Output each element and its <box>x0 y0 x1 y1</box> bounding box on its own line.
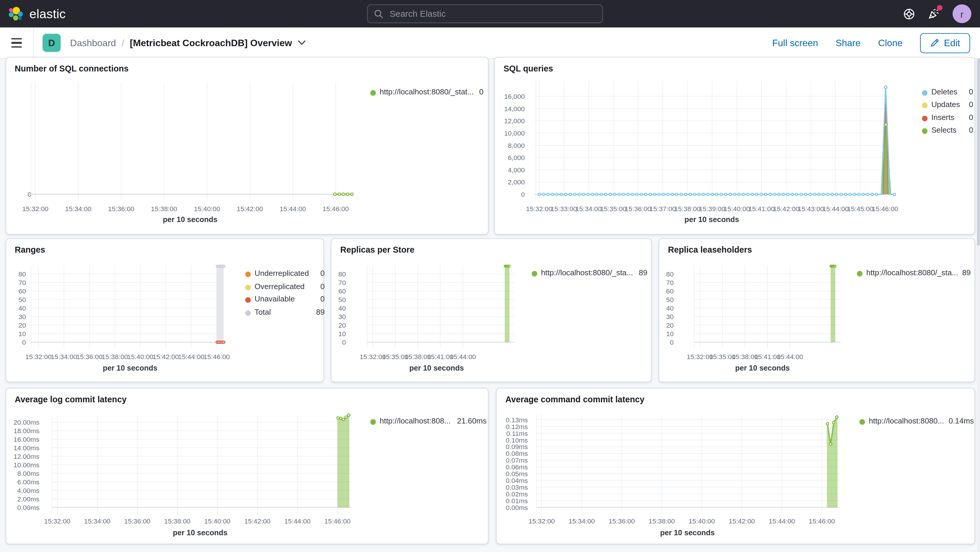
title-options-button[interactable] <box>298 40 306 46</box>
legend-item[interactable]: Overreplicated0 <box>244 281 325 292</box>
legend-item[interactable]: Selects0 <box>921 125 973 137</box>
x-tick: 15:42:00 <box>729 517 755 525</box>
legend-series-dot <box>531 271 537 277</box>
y-tick: 8.00ms <box>17 470 39 477</box>
legend-series-value: 0 <box>479 87 484 96</box>
y-tick: 30 <box>339 313 346 321</box>
y-tick: 0 <box>521 190 525 198</box>
share-button[interactable]: Share <box>836 38 861 48</box>
legend-series-label: http://localhost:8080... <box>869 417 944 426</box>
legend-item[interactable]: Unavailable0 <box>244 294 325 305</box>
menu-button[interactable] <box>0 28 33 58</box>
legend-series-value: 89 <box>639 269 648 277</box>
x-tick: 15:40:00 <box>127 353 153 361</box>
legend-item[interactable]: http://localhost:8080/_stat...0 <box>369 87 484 98</box>
y-tick: 30 <box>18 313 26 321</box>
legend-series-label: Selects <box>931 126 956 135</box>
x-tick: 15:36:00 <box>108 205 134 212</box>
page-scrollbar-thumb[interactable] <box>977 58 980 246</box>
x-tick: 15:42:00 <box>244 517 270 525</box>
x-tick: 15:36:00 <box>609 517 635 525</box>
y-tick: 0 <box>22 339 25 346</box>
notification-dot <box>937 5 943 11</box>
breadcrumb: Dashboard / [Metricbeat CockroachDB] Ove… <box>70 38 306 48</box>
y-tick: 30 <box>666 313 674 321</box>
y-tick: 0 <box>670 339 674 346</box>
user-avatar[interactable]: r <box>953 5 972 23</box>
y-tick: 12,000 <box>504 117 525 124</box>
panel-sql-queries: SQL queries15:32:0015:33:0015:34:0015:35… <box>494 57 975 234</box>
legend-series-label: http://localhost:8080/_sta... <box>866 269 958 277</box>
panel-replicas-per-store: Replicas per Store15:32:0015:35:0015:38:… <box>331 238 652 382</box>
header-actions: r <box>903 5 980 23</box>
y-tick: 4,000 <box>508 166 525 173</box>
x-tick: 15:34:00 <box>51 353 77 361</box>
legend-series-value: 89 <box>962 269 970 277</box>
chevron-down-icon <box>298 40 306 46</box>
dashboard-canvas: Number of SQL connections15:32:0015:34:0… <box>0 58 980 552</box>
y-tick: 40 <box>18 304 26 312</box>
y-tick: 10.00ms <box>13 461 39 469</box>
dashboard-badge[interactable]: D <box>43 34 61 52</box>
chart-average-log-commit-latency: 15:32:0015:34:0015:36:0015:38:0015:40:00… <box>6 388 489 545</box>
x-tick: 15:42:00 <box>152 353 178 361</box>
edit-button-label: Edit <box>944 38 960 48</box>
legend-item[interactable]: Inserts0 <box>921 112 973 124</box>
chart-average-command-commit-latency: 15:32:0015:34:0015:36:0015:38:0015:40:00… <box>496 388 975 545</box>
edit-button[interactable]: Edit <box>920 33 970 53</box>
x-tick: 15:44:00 <box>279 205 305 212</box>
y-tick: 60 <box>339 287 346 295</box>
y-tick: 0.00ms <box>17 504 39 511</box>
app-root: elastic <box>0 0 980 552</box>
x-tick: 15:42:00 <box>236 205 262 212</box>
x-tick: 15:34:00 <box>569 517 595 525</box>
legend-item[interactable]: http://localhost:808...21.60ms <box>369 416 487 427</box>
x-axis-title: per 10 seconds <box>409 364 464 372</box>
page-scrollbar[interactable] <box>977 58 980 552</box>
legend-series-label: Inserts <box>931 113 955 122</box>
y-tick: 40 <box>666 304 674 312</box>
help-button[interactable] <box>903 8 915 20</box>
legend-item[interactable]: http://localhost:8080/_sta...89 <box>856 267 970 279</box>
breadcrumb-dashboard[interactable]: Dashboard <box>70 38 116 48</box>
y-tick: 20 <box>666 321 674 329</box>
panel-replica-leaseholders: Replica leaseholders15:32:0015:35:0015:3… <box>659 238 975 382</box>
x-tick: 15:46:00 <box>322 205 348 212</box>
whats-new-button[interactable] <box>928 8 940 20</box>
x-tick: 15:40:00 <box>194 205 220 212</box>
x-tick: 15:34:00 <box>576 205 601 212</box>
x-axis-title: per 10 seconds <box>660 528 715 537</box>
x-tick: 15:36:00 <box>124 517 150 525</box>
y-tick: 60 <box>666 287 674 295</box>
x-tick: 15:40:00 <box>724 205 750 212</box>
y-tick: 40 <box>339 304 346 312</box>
elastic-home-link[interactable]: elastic <box>0 6 66 21</box>
y-tick: 50 <box>18 296 26 304</box>
legend-item[interactable]: Underreplicated0 <box>244 269 325 280</box>
y-tick: 14.00ms <box>13 444 39 452</box>
x-tick: 15:46:00 <box>808 517 835 525</box>
global-search[interactable] <box>367 5 603 23</box>
legend-item[interactable]: Deletes0 <box>921 87 973 98</box>
legend-series-dot <box>922 129 928 134</box>
chart-replica-leaseholders: 15:32:0015:35:0015:38:0015:41:0015:44:00… <box>659 239 975 383</box>
x-axis-title: per 10 seconds <box>102 364 157 372</box>
legend-item[interactable]: http://localhost:8080...0.14ms <box>858 416 974 427</box>
x-tick: 15:34:00 <box>65 205 91 212</box>
legend-series-label: Unavailable <box>255 295 295 304</box>
y-tick: 20.00ms <box>13 418 39 426</box>
hamburger-icon <box>11 38 22 48</box>
search-input[interactable] <box>388 8 596 19</box>
x-axis-title: per 10 seconds <box>173 528 227 537</box>
legend-series-label: http://localhost:8080/_sta... <box>541 269 633 277</box>
legend-item[interactable]: Updates0 <box>921 99 973 111</box>
legend-item[interactable]: Total89 <box>244 307 325 318</box>
legend-series-dot <box>370 419 376 425</box>
clone-button[interactable]: Clone <box>878 38 902 48</box>
y-tick: 60 <box>18 287 26 295</box>
full-screen-button[interactable]: Full screen <box>772 38 818 48</box>
legend-series-dot <box>859 419 865 425</box>
x-tick: 15:44:00 <box>768 517 795 525</box>
legend-item[interactable]: http://localhost:8080/_sta...89 <box>530 267 648 279</box>
legend-series-value: 0 <box>320 282 325 291</box>
